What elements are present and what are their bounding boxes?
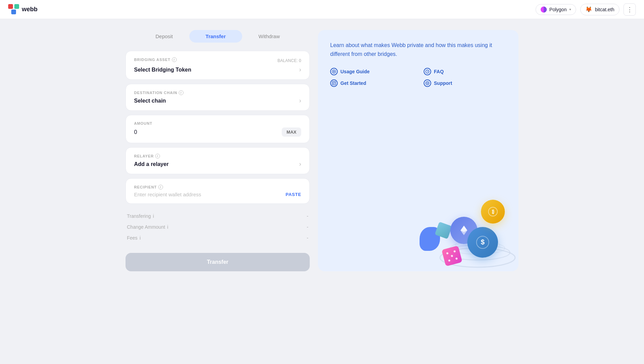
svg-point-26: [448, 259, 451, 262]
svg-point-11: [426, 81, 429, 85]
dollar-coin: $: [467, 227, 498, 258]
change-amount-row: Change Ammount i -: [127, 222, 308, 232]
faq-link[interactable]: ? FAQ: [424, 68, 506, 75]
crypto-illustration: $ ₿: [409, 183, 518, 271]
bridging-asset-label: BRIDGING ASSET i: [134, 57, 177, 62]
amount-input-row: 0 MAX: [134, 127, 301, 137]
relayer-value: Add a relayer: [134, 161, 169, 167]
destination-chain-label: DESTINATION CHAIN i: [134, 90, 301, 95]
change-amount-info-icon: i: [167, 224, 168, 230]
wallet-label: bitcat.eth: [595, 7, 614, 12]
get-started-icon: [330, 79, 338, 87]
chevron-right-icon: ›: [299, 161, 301, 168]
tab-deposit[interactable]: Deposit: [139, 30, 189, 43]
svg-text:₿: ₿: [492, 209, 494, 214]
svg-rect-0: [8, 4, 13, 9]
destination-chain-card[interactable]: DESTINATION CHAIN i Select chain ›: [126, 84, 310, 111]
tabs-container: Deposit Transfer Withdraw: [126, 30, 310, 43]
usage-guide-icon: [330, 68, 338, 75]
amount-value: 0: [134, 129, 137, 135]
change-amount-value: -: [307, 224, 308, 230]
transferring-label: Transfering i: [127, 213, 154, 219]
app-header: webb Polygon ▾ 🦊 bitcat.eth ⋮: [0, 0, 644, 19]
destination-chain-info-icon: i: [179, 90, 184, 95]
chevron-right-icon: ›: [299, 66, 301, 73]
info-description: Learn about what makes Webb private and …: [330, 41, 506, 58]
recipient-card: RECIPIENT i Enter recipient wallet addre…: [126, 178, 310, 204]
recipient-info-icon: i: [158, 185, 163, 189]
bridging-asset-info-icon: i: [172, 57, 177, 62]
transferring-value: -: [307, 213, 308, 219]
relayer-card[interactable]: RELAYER i Add a relayer ›: [126, 147, 310, 174]
more-menu-button[interactable]: ⋮: [624, 3, 636, 16]
network-label: Polygon: [550, 7, 567, 12]
usage-guide-link[interactable]: Usage Guide: [330, 68, 413, 75]
destination-chain-value: Select chain: [134, 98, 166, 104]
usage-guide-label: Usage Guide: [340, 69, 370, 74]
wallet-avatar-icon: 🦊: [585, 6, 592, 13]
svg-text:?: ?: [427, 70, 428, 73]
destination-chain-row: Select chain ›: [134, 97, 301, 104]
faq-label: FAQ: [434, 69, 444, 74]
paste-button[interactable]: PASTE: [286, 192, 301, 197]
svg-point-25: [453, 250, 456, 253]
amount-card: AMOUNT 0 MAX: [126, 115, 310, 143]
svg-point-28: [451, 255, 453, 257]
left-panel: Deposit Transfer Withdraw BRIDGING ASSET…: [126, 30, 310, 271]
svg-rect-1: [14, 4, 19, 9]
bridging-asset-top: BRIDGING ASSET i BALANCE: 0: [134, 57, 301, 64]
relayer-info-icon: i: [155, 154, 160, 158]
main-content: Deposit Transfer Withdraw BRIDGING ASSET…: [117, 19, 527, 282]
logo-text: webb: [22, 6, 38, 13]
svg-point-27: [455, 257, 458, 260]
max-button[interactable]: MAX: [282, 127, 301, 137]
svg-marker-4: [334, 71, 335, 73]
svg-point-24: [446, 252, 449, 255]
amount-label: AMOUNT: [134, 121, 301, 125]
recipient-value: Enter recipient wallet address: [134, 192, 201, 197]
support-icon: [424, 79, 431, 87]
network-button[interactable]: Polygon ▾: [536, 4, 576, 15]
dots-icon: ⋮: [627, 6, 633, 13]
get-started-label: Get Started: [340, 80, 366, 86]
bridging-asset-balance: BALANCE: 0: [278, 58, 301, 63]
svg-rect-2: [11, 10, 16, 14]
summary-section: Transfering i - Change Ammount i - Fees …: [126, 208, 310, 246]
bridging-asset-card[interactable]: BRIDGING ASSET i BALANCE: 0 Select Bridg…: [126, 51, 310, 80]
recipient-label: RECIPIENT i: [134, 185, 301, 189]
get-started-link[interactable]: Get Started: [330, 79, 413, 87]
faq-icon: ?: [424, 68, 431, 75]
change-amount-label: Change Ammount i: [127, 224, 168, 230]
chevron-down-icon: ▾: [569, 7, 571, 11]
support-label: Support: [434, 80, 452, 86]
fees-row: Fees i -: [127, 232, 308, 243]
transfer-button[interactable]: Transfer: [126, 253, 310, 271]
svg-text:$: $: [481, 238, 484, 246]
relayer-label: RELAYER i: [134, 154, 301, 158]
transferring-info-icon: i: [153, 213, 154, 219]
transferring-row: Transfering i -: [127, 211, 308, 222]
network-icon: [541, 6, 547, 13]
bridging-asset-row: Select Bridging Token ›: [134, 66, 301, 73]
info-links-grid: Usage Guide ? FAQ: [330, 68, 506, 87]
tab-withdraw[interactable]: Withdraw: [242, 30, 296, 43]
wallet-button[interactable]: 🦊 bitcat.eth: [580, 4, 619, 15]
fees-value: -: [307, 235, 308, 241]
recipient-row: Enter recipient wallet address PASTE: [134, 192, 301, 197]
chevron-right-icon: ›: [299, 97, 301, 104]
fees-label: Fees i: [127, 235, 141, 241]
svg-point-12: [427, 82, 428, 84]
bridging-asset-value: Select Bridging Token: [134, 67, 191, 73]
relayer-row: Add a relayer ›: [134, 161, 301, 168]
header-actions: Polygon ▾ 🦊 bitcat.eth ⋮: [536, 3, 636, 16]
tab-transfer[interactable]: Transfer: [189, 30, 242, 43]
logo-icon: [8, 4, 19, 15]
support-link[interactable]: Support: [424, 79, 506, 87]
fees-info-icon: i: [140, 235, 141, 241]
gold-coin: ₿: [481, 200, 505, 224]
logo: webb: [8, 4, 38, 15]
info-panel: Learn about what makes Webb private and …: [318, 30, 518, 271]
